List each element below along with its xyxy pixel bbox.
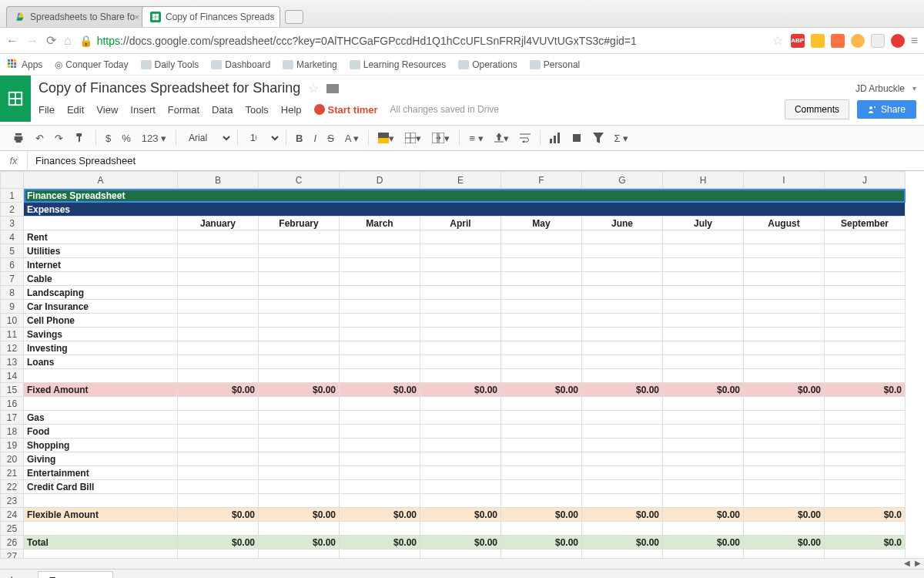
cell[interactable] <box>178 522 259 536</box>
cell[interactable] <box>501 314 582 328</box>
column-header[interactable]: G <box>582 172 663 189</box>
cell[interactable] <box>744 244 825 258</box>
menu-file[interactable]: File <box>38 104 55 116</box>
cell[interactable] <box>663 286 744 300</box>
cell[interactable] <box>178 328 259 341</box>
cell[interactable]: $0.00 <box>259 536 340 549</box>
cell[interactable] <box>744 328 825 341</box>
cell[interactable] <box>501 244 582 258</box>
cell[interactable] <box>825 286 906 300</box>
cell[interactable] <box>744 549 825 559</box>
cell[interactable] <box>420 328 501 341</box>
cell[interactable] <box>259 480 340 494</box>
cell[interactable] <box>663 314 744 328</box>
cell[interactable] <box>501 341 582 355</box>
insert-link-icon[interactable] <box>567 129 587 146</box>
cell[interactable] <box>340 369 420 383</box>
cell[interactable] <box>744 494 825 508</box>
cell[interactable] <box>259 328 340 341</box>
document-title[interactable]: Copy of Finances Spreadsheet for Sharing <box>38 80 300 96</box>
ext-icon[interactable] <box>891 34 905 48</box>
cell[interactable]: Internet <box>24 258 178 272</box>
cell[interactable] <box>178 466 259 480</box>
add-sheet-button[interactable]: + <box>8 573 16 578</box>
cell[interactable] <box>340 411 420 425</box>
row-header[interactable]: 14 <box>1 369 24 383</box>
cell[interactable] <box>744 300 825 314</box>
ext-icon[interactable] <box>831 34 845 48</box>
cell[interactable] <box>501 300 582 314</box>
cell[interactable] <box>259 230 340 244</box>
cell[interactable] <box>340 355 420 369</box>
cell[interactable] <box>420 411 501 425</box>
cell[interactable] <box>825 230 906 244</box>
row-header[interactable]: 7 <box>1 272 24 286</box>
row-header[interactable]: 13 <box>1 355 24 369</box>
cell[interactable] <box>825 480 906 494</box>
menu-tools[interactable]: Tools <box>245 104 268 116</box>
cell[interactable] <box>259 439 340 452</box>
cell[interactable]: $0.00 <box>501 508 582 522</box>
row-header[interactable]: 26 <box>1 536 24 549</box>
row-header[interactable]: 8 <box>1 286 24 300</box>
cell[interactable] <box>663 258 744 272</box>
cell[interactable] <box>744 369 825 383</box>
cell[interactable] <box>582 411 663 425</box>
cell[interactable] <box>24 549 178 559</box>
cell[interactable]: $0.00 <box>420 508 501 522</box>
cell[interactable] <box>178 369 259 383</box>
cell[interactable] <box>744 272 825 286</box>
cell[interactable]: Entertainment <box>24 466 178 480</box>
cell[interactable] <box>825 466 906 480</box>
cell[interactable] <box>340 314 420 328</box>
cell[interactable] <box>340 549 420 559</box>
cell[interactable] <box>420 341 501 355</box>
row-header[interactable]: 11 <box>1 328 24 341</box>
row-header[interactable]: 9 <box>1 300 24 314</box>
row-header[interactable]: 23 <box>1 494 24 508</box>
cell[interactable] <box>825 452 906 466</box>
cell[interactable] <box>744 466 825 480</box>
insert-chart-icon[interactable] <box>545 129 565 146</box>
cell[interactable]: $0.00 <box>178 383 259 397</box>
text-color-button[interactable]: A ▾ <box>340 129 364 147</box>
cell[interactable] <box>420 425 501 439</box>
cell[interactable] <box>178 286 259 300</box>
cell[interactable] <box>420 397 501 411</box>
cell[interactable] <box>663 272 744 286</box>
cell[interactable] <box>663 549 744 559</box>
row-header[interactable]: 16 <box>1 397 24 411</box>
cell[interactable]: $0.00 <box>340 383 420 397</box>
cell[interactable]: Cable <box>24 272 178 286</box>
cell[interactable] <box>825 244 906 258</box>
reload-icon[interactable]: ⟳ <box>46 33 56 48</box>
bookmark-folder[interactable]: Dashboard <box>211 59 270 70</box>
back-icon[interactable]: ← <box>6 34 18 48</box>
cell[interactable] <box>178 439 259 452</box>
folder-icon[interactable] <box>326 84 339 93</box>
cell[interactable] <box>825 549 906 559</box>
borders-button[interactable]: ▾ <box>400 129 426 147</box>
cell[interactable] <box>420 286 501 300</box>
cell[interactable] <box>582 522 663 536</box>
cell[interactable] <box>582 439 663 452</box>
cell[interactable] <box>825 522 906 536</box>
cell[interactable] <box>582 300 663 314</box>
cell[interactable] <box>178 244 259 258</box>
cell[interactable]: Expenses <box>24 203 906 217</box>
cell[interactable] <box>340 328 420 341</box>
italic-button[interactable]: I <box>310 129 322 147</box>
cell[interactable] <box>178 480 259 494</box>
print-icon[interactable] <box>8 129 29 147</box>
cell[interactable] <box>825 369 906 383</box>
bookmark-folder[interactable]: Personal <box>530 59 580 70</box>
column-header[interactable]: E <box>420 172 501 189</box>
cell[interactable] <box>24 397 178 411</box>
cell[interactable] <box>825 494 906 508</box>
cell[interactable] <box>744 425 825 439</box>
comments-button[interactable]: Comments <box>785 99 849 119</box>
row-header[interactable]: 19 <box>1 439 24 452</box>
cell[interactable] <box>501 452 582 466</box>
menu-insert[interactable]: Insert <box>130 104 156 116</box>
row-header[interactable]: 27 <box>1 549 24 559</box>
